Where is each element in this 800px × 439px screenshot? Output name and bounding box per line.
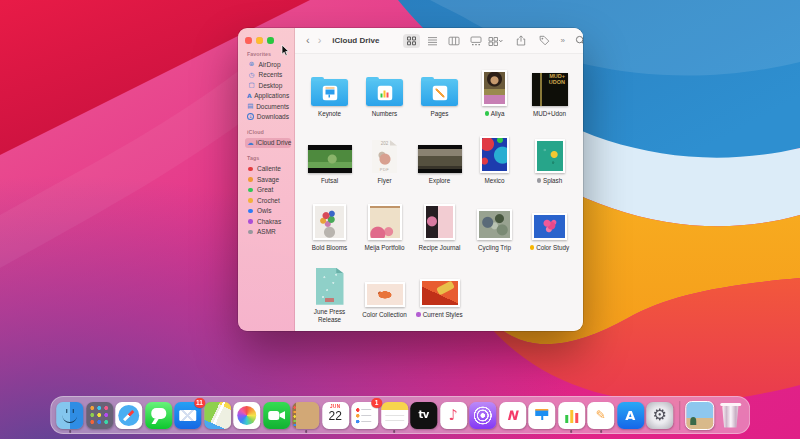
sidebar-item[interactable]: Recents: [245, 70, 291, 81]
file-thumbnail: [532, 213, 567, 240]
file-item[interactable]: Aliya: [467, 66, 522, 123]
dock-item[interactable]: [56, 402, 83, 429]
group-button[interactable]: [485, 34, 506, 48]
file-thumbnail: [368, 204, 402, 240]
file-tag-dot: [485, 111, 489, 115]
file-thumbnail: [535, 139, 565, 173]
dock-item[interactable]: [685, 401, 714, 430]
file-thumbnail: [418, 145, 462, 173]
share-button[interactable]: [513, 33, 529, 48]
sidebar-item[interactable]: Downloads: [245, 112, 291, 123]
sidebar-tag-item[interactable]: Caliente: [245, 164, 291, 175]
sidebar-item[interactable]: Documents: [245, 101, 291, 112]
file-thumbnail-box: [477, 200, 512, 240]
sidebar-item-label: Documents: [256, 103, 289, 110]
dock-item[interactable]: [528, 402, 555, 429]
dock-item[interactable]: [717, 402, 744, 429]
dock-item[interactable]: [86, 402, 113, 429]
tag-button[interactable]: [536, 33, 553, 48]
trash-icon: [717, 402, 744, 429]
file-label: Mexico: [485, 177, 505, 185]
dock-item[interactable]: [558, 402, 585, 429]
sidebar-tag-item[interactable]: Chakras: [245, 216, 291, 227]
dock-item[interactable]: N: [499, 402, 526, 429]
downloads-icon: [247, 113, 254, 120]
dock-item[interactable]: ♪: [440, 402, 467, 429]
file-item[interactable]: Current Styles: [412, 267, 467, 324]
file-item[interactable]: Cycling Trip: [467, 200, 522, 257]
file-thumbnail: [477, 209, 512, 240]
file-item[interactable]: Color Study: [522, 200, 577, 257]
dock-item[interactable]: [381, 402, 408, 429]
list-view-button[interactable]: [424, 34, 441, 48]
search-button[interactable]: [572, 33, 583, 48]
file-item[interactable]: Splash: [522, 133, 577, 190]
share-icon: [516, 35, 526, 46]
dock-item[interactable]: ✎: [587, 402, 614, 429]
forward-button[interactable]: ›: [316, 35, 324, 46]
dock-item[interactable]: ⚙: [646, 402, 673, 429]
search-icon: [575, 35, 583, 46]
file-item[interactable]: Numbers: [357, 66, 412, 123]
pages-dock-icon: ✎: [587, 402, 614, 429]
dock-item[interactable]: [115, 402, 142, 429]
sidebar-item-label: Downloads: [257, 113, 289, 120]
file-item[interactable]: Pages: [412, 66, 467, 123]
file-tag-dot: [530, 245, 534, 249]
file-thumbnail-box: [424, 200, 455, 240]
documents-icon: [247, 103, 254, 110]
close-button[interactable]: [245, 37, 252, 44]
file-thumbnail-box: [308, 133, 352, 173]
file-item[interactable]: Meija Portfolio: [357, 200, 412, 257]
dock-item[interactable]: A: [617, 402, 644, 429]
dock-item[interactable]: [233, 402, 260, 429]
file-label: Bold Blooms: [312, 244, 347, 252]
sidebar-tag-item[interactable]: Savage: [245, 174, 291, 185]
file-item[interactable]: Keynote: [302, 66, 357, 123]
icon-view-button[interactable]: [403, 34, 420, 48]
minimize-button[interactable]: [256, 37, 263, 44]
dock-item[interactable]: [145, 402, 172, 429]
sidebar-item[interactable]: Applications: [245, 91, 291, 102]
maps-dock-icon: [204, 402, 231, 429]
thumb-text: UDON: [532, 80, 568, 86]
podcasts-dock-icon: [469, 402, 496, 429]
sidebar-tag-item[interactable]: Crochet: [245, 195, 291, 206]
back-button[interactable]: ‹: [304, 35, 312, 46]
facetime-dock-icon: [263, 402, 290, 429]
dock-item[interactable]: 1: [351, 402, 378, 429]
file-item[interactable]: Futsal: [302, 133, 357, 190]
file-item[interactable]: June Press Release: [302, 267, 357, 324]
file-item[interactable]: Explore: [412, 133, 467, 190]
file-label: Keynote: [318, 110, 341, 118]
file-item[interactable]: 202 PDF Flyer: [357, 133, 412, 190]
column-view-button[interactable]: [445, 34, 463, 48]
more-toolbar-items-button[interactable]: »: [560, 36, 564, 45]
dock-item[interactable]: JUN 22: [322, 402, 349, 429]
sidebar-item[interactable]: iCloud Drive: [245, 138, 291, 149]
dock-item[interactable]: [469, 402, 496, 429]
file-item[interactable]: MUD+ UDON MUD+Udon: [522, 66, 577, 123]
sidebar-tag-item[interactable]: Owls: [245, 206, 291, 217]
gallery-view-button[interactable]: [467, 34, 485, 48]
file-item[interactable]: Bold Blooms: [302, 200, 357, 257]
file-item[interactable]: Mexico: [467, 133, 522, 190]
sidebar-tag-item[interactable]: ASMR: [245, 227, 291, 238]
dock-item[interactable]: tv: [410, 402, 437, 429]
sidebar-item[interactable]: Desktop: [245, 80, 291, 91]
dock-separator: [679, 401, 680, 430]
file-name: Flyer: [378, 177, 392, 185]
zoom-button[interactable]: [267, 37, 274, 44]
file-thumbnail: [421, 79, 458, 106]
file-item[interactable]: Recipe Journal: [412, 200, 467, 257]
dock-item[interactable]: [204, 402, 231, 429]
column-view-icon: [448, 36, 460, 46]
thumb-text: PDF: [372, 167, 397, 172]
dock-item[interactable]: 11: [174, 402, 201, 429]
file-item[interactable]: Color Collection: [357, 267, 412, 324]
sidebar-tag-item[interactable]: Great: [245, 185, 291, 196]
dock-item[interactable]: [292, 402, 319, 429]
dock-item[interactable]: [263, 402, 290, 429]
sidebar-item[interactable]: AirDrop: [245, 59, 291, 70]
sidebar-section-title: iCloud: [247, 129, 292, 135]
